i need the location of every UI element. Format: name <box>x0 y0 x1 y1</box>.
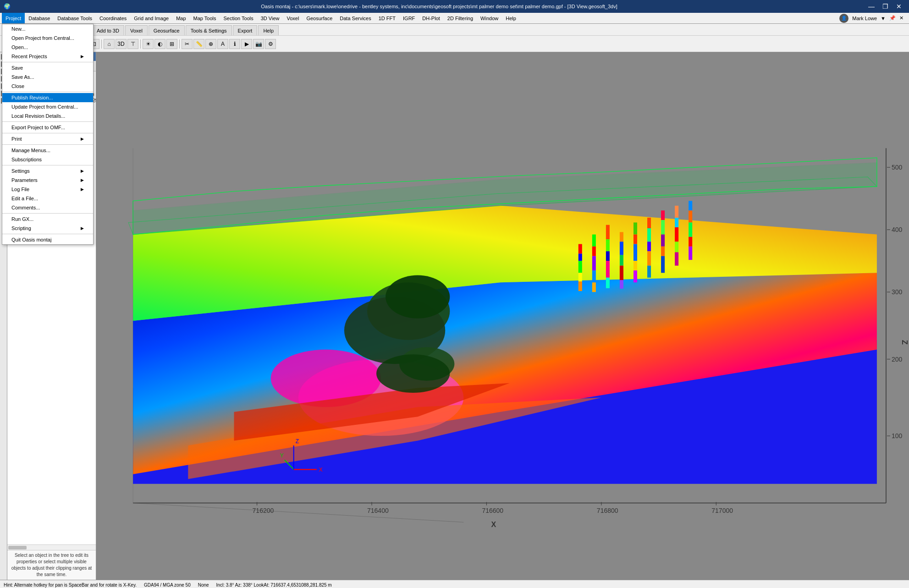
statusbar: Hint: Alternate hotkey for pan is SpaceB… <box>0 580 909 588</box>
minimize-button[interactable]: — <box>865 1 878 11</box>
menu-database-tools[interactable]: Database Tools <box>54 13 96 23</box>
project-dropdown: New... Open Project from Central... Open… <box>2 24 94 245</box>
svg-rect-57 <box>689 247 692 260</box>
menu-item-update-central[interactable]: Update Project from Central... <box>2 102 93 111</box>
menu-item-settings[interactable]: Settings ▶ <box>2 166 93 176</box>
menu-project[interactable]: Project <box>2 13 25 23</box>
menu-item-scripting[interactable]: Scripting ▶ <box>2 224 93 233</box>
pin-icon[interactable]: 📌 <box>889 15 896 21</box>
close-button[interactable]: ✕ <box>892 1 905 11</box>
menu-item-print[interactable]: Print ▶ <box>2 134 93 143</box>
scripting-arrow: ▶ <box>81 226 84 231</box>
svg-rect-51 <box>675 242 678 252</box>
toolbar-top-btn[interactable]: ⊤ <box>127 39 138 49</box>
main-area: 3D Manager 📌 ✕ + ↻ 👁 ⚙ ▼ ✓ 📁 Planes & Su… <box>0 52 909 580</box>
tab-tools-settings[interactable]: Tools & Settings <box>186 25 232 35</box>
tab-geosurface[interactable]: Geosurface <box>149 25 185 35</box>
svg-rect-47 <box>661 256 665 273</box>
menu-3d-view[interactable]: 3D View <box>257 13 283 23</box>
svg-text:Y: Y <box>280 452 284 459</box>
menu-coordinates[interactable]: Coordinates <box>96 13 130 23</box>
toolbar-snapshot-btn[interactable]: 📷 <box>253 39 264 49</box>
svg-text:X: X <box>319 466 323 473</box>
separator-3 <box>2 121 93 122</box>
toolbar-3d-btn[interactable]: 3D <box>116 39 127 49</box>
sep4 <box>179 39 180 49</box>
menu-item-publish-revision[interactable]: Publish Revision... <box>2 93 93 102</box>
menu-dh-plot[interactable]: DH-Plot <box>419 13 444 23</box>
separator-1 <box>2 62 93 62</box>
menu-map-tools[interactable]: Map Tools <box>190 13 220 23</box>
menu-item-run-gx[interactable]: Run GX... <box>2 214 93 224</box>
statusbar-crs: GDA94 / MGA zone 50 <box>144 583 191 588</box>
menu-item-open[interactable]: Open... <box>2 43 93 52</box>
menu-item-save[interactable]: Save <box>2 63 93 72</box>
toolbar-grid-btn[interactable]: ⊞ <box>166 39 177 49</box>
user-menu-arrow[interactable]: ▼ <box>881 16 886 21</box>
user-area: 👤 Mark Lowe ▼ 📌 ✕ <box>839 14 907 23</box>
menu-item-export-omf[interactable]: Export Project to OMF... <box>2 123 93 132</box>
svg-text:300: 300 <box>892 288 902 296</box>
menu-2d-filtering[interactable]: 2D Filtering <box>444 13 477 23</box>
toolbar-movie-btn[interactable]: ▶ <box>241 39 252 49</box>
tab-help[interactable]: Help <box>258 25 279 35</box>
menu-map[interactable]: Map <box>172 13 189 23</box>
svg-rect-29 <box>620 242 623 255</box>
menu-data-services[interactable]: Data Services <box>336 13 375 23</box>
3d-visualization: 716200 716400 716600 716800 717000 X 100… <box>96 52 909 580</box>
menu-item-close[interactable]: Close <box>2 82 93 91</box>
menu-section-tools[interactable]: Section Tools <box>220 13 257 23</box>
menu-item-parameters[interactable]: Parameters ▶ <box>2 176 93 185</box>
menu-item-log-file[interactable]: Log File ▶ <box>2 185 93 194</box>
toolbar-label-btn[interactable]: A <box>217 39 228 49</box>
menu-item-recent-projects[interactable]: Recent Projects ▶ <box>2 52 93 61</box>
close-user-icon[interactable]: ✕ <box>899 15 903 21</box>
menu-item-save-as[interactable]: Save As... <box>2 72 93 82</box>
menu-igrf[interactable]: IGRF <box>399 13 419 23</box>
svg-point-12 <box>376 354 450 393</box>
menu-item-quit[interactable]: Quit Oasis montaj <box>2 235 93 244</box>
menu-item-manage-menus[interactable]: Manage Menus... <box>2 146 93 155</box>
toolbar-info-btn[interactable]: ℹ <box>229 39 240 49</box>
titlebar: 🌍 Oasis montaj - c:\users\mark.lowe\oned… <box>0 0 909 13</box>
menu-item-comments[interactable]: Comments... <box>2 203 93 212</box>
svg-rect-50 <box>675 227 678 242</box>
panel-scrollbar[interactable] <box>7 544 96 550</box>
svg-text:500: 500 <box>892 164 902 171</box>
toolbar-home-btn[interactable]: ⌂ <box>104 39 115 49</box>
menu-item-edit-file[interactable]: Edit a File... <box>2 194 93 203</box>
svg-rect-21 <box>592 270 596 282</box>
toolbar-points-btn[interactable]: ⊕ <box>205 39 216 49</box>
svg-rect-56 <box>689 237 692 247</box>
menu-item-open-central[interactable]: Open Project from Central... <box>2 33 93 43</box>
tab-export[interactable]: Export <box>233 25 258 35</box>
svg-rect-33 <box>634 222 637 234</box>
restore-button[interactable]: ❐ <box>879 1 892 11</box>
tab-voxel[interactable]: Voxel <box>125 25 148 35</box>
tab-add-to-3d[interactable]: Add to 3D <box>92 25 124 35</box>
svg-rect-20 <box>592 256 596 270</box>
menu-item-new[interactable]: New... <box>2 24 93 33</box>
menu-geosurface[interactable]: Geosurface <box>303 13 336 23</box>
titlebar-controls: — ❐ ✕ <box>865 1 905 11</box>
toolbar-measure-btn[interactable]: 📏 <box>193 39 204 49</box>
toolbar-shadows-btn[interactable]: ◐ <box>154 39 165 49</box>
3d-view-container[interactable]: 716200 716400 716600 716800 717000 X 100… <box>96 52 909 580</box>
statusbar-none: None <box>198 583 209 588</box>
toolbar-clip-btn[interactable]: ✂ <box>182 39 193 49</box>
svg-text:200: 200 <box>892 356 902 363</box>
toolbar-lighting-btn[interactable]: ☀ <box>143 39 154 49</box>
toolbar-settings2-btn[interactable]: ⚙ <box>265 39 276 49</box>
menu-window[interactable]: Window <box>477 13 502 23</box>
svg-rect-54 <box>689 210 692 222</box>
menu-help[interactable]: Help <box>502 13 520 23</box>
menu-item-subscriptions[interactable]: Subscriptions <box>2 155 93 164</box>
separator-6 <box>2 165 93 165</box>
menu-database[interactable]: Database <box>25 13 54 23</box>
menu-grid-image[interactable]: Grid and Image <box>130 13 172 23</box>
menu-voxel[interactable]: Voxel <box>283 13 303 23</box>
svg-rect-37 <box>634 270 637 282</box>
scroll-thumb <box>8 546 27 550</box>
menu-item-local-revision[interactable]: Local Revision Details... <box>2 111 93 121</box>
menu-1d-fft[interactable]: 1D FFT <box>375 13 399 23</box>
